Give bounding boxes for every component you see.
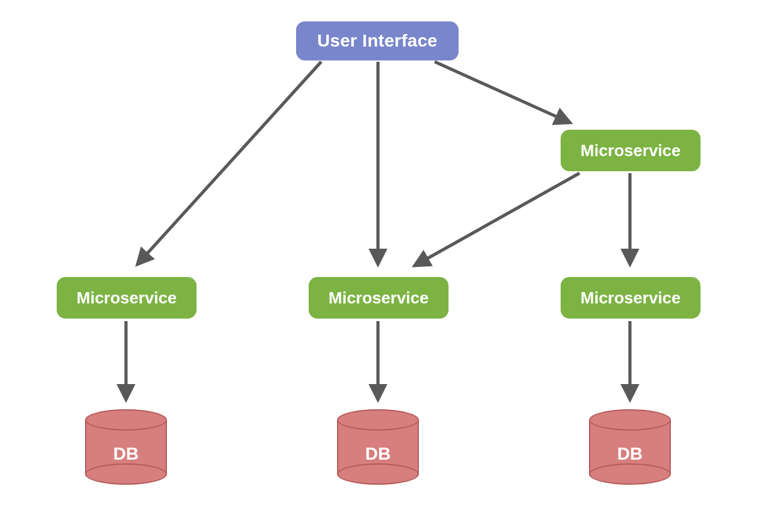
microservice-left-node: Microservice — [57, 277, 197, 319]
edge-ms-top-right-to-ms-center — [414, 173, 580, 266]
microservice-top-right-label: Microservice — [581, 141, 681, 161]
microservice-right-node: Microservice — [561, 277, 700, 319]
cylinder-icon: DB — [85, 409, 167, 485]
cylinder-icon: DB — [337, 409, 419, 485]
microservice-center-label: Microservice — [329, 288, 429, 308]
microservice-left-label: Microservice — [77, 288, 177, 308]
database-center-node: DB — [337, 409, 419, 485]
cylinder-icon: DB — [589, 409, 671, 485]
edge-ui-to-ms-left — [137, 62, 321, 264]
database-right-label: DB — [589, 444, 671, 464]
database-left-label: DB — [85, 444, 167, 464]
diagram-canvas: User Interface Microservice Microservice… — [0, 0, 766, 532]
microservice-center-node: Microservice — [309, 277, 449, 319]
database-center-label: DB — [337, 444, 419, 464]
microservice-right-label: Microservice — [581, 288, 681, 308]
user-interface-node: User Interface — [296, 21, 459, 60]
database-right-node: DB — [589, 409, 671, 485]
database-left-node: DB — [85, 409, 167, 485]
microservice-top-right-node: Microservice — [561, 130, 700, 171]
user-interface-label: User Interface — [317, 31, 438, 51]
edge-ui-to-ms-top-right — [435, 62, 570, 123]
